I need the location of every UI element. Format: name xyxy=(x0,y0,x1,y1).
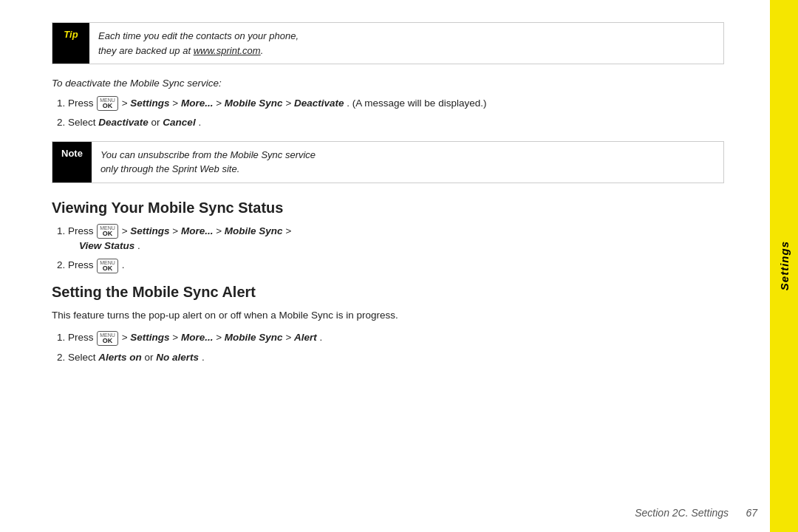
s2-step2-middle: or xyxy=(145,352,157,363)
deactivate-step-1: Press MENU OK > Settings > More... > Mob… xyxy=(68,96,724,111)
s2-step2-bold1: Alerts on xyxy=(98,352,142,363)
ok-button-1: MENU OK xyxy=(97,96,118,111)
section2-steps-list: Press MENU OK > Settings > More... > Mob… xyxy=(68,330,724,365)
footer: Section 2C. Settings 67 xyxy=(635,507,757,519)
ok-button-4: MENU OK xyxy=(97,331,118,346)
section2-heading: Setting the Mobile Sync Alert xyxy=(52,284,724,301)
s2-step2-prefix: Select xyxy=(68,352,98,363)
s1-step1-middle: > Settings > More... > Mobile Sync > xyxy=(122,225,292,236)
s2-step1-middle: > Settings > More... > Mobile Sync > xyxy=(122,332,294,343)
section1-step-2: Press MENU OK . xyxy=(68,258,724,273)
footer-page: 67 xyxy=(746,507,757,519)
tip-suffix: . xyxy=(261,45,264,56)
step2-prefix: Select xyxy=(68,117,98,128)
step1-suffix: . (A message will be displayed.) xyxy=(347,98,486,109)
s2-step2-suffix: . xyxy=(202,352,205,363)
note-box: Note You can unsubscribe from the Mobile… xyxy=(52,141,724,183)
step2-suffix: . xyxy=(198,117,201,128)
tip-website: www.sprint.com xyxy=(194,45,261,56)
section2-step-1: Press MENU OK > Settings > More... > Mob… xyxy=(68,330,724,345)
s2-step1-suffix: . xyxy=(320,332,323,343)
note-line2: only through the Sprint Web site. xyxy=(100,163,239,174)
tip-box: Tip Each time you edit the contacts on y… xyxy=(52,22,724,64)
section2-step-2: Select Alerts on or No alerts . xyxy=(68,350,724,365)
s2-step1-prefix: Press xyxy=(68,332,96,343)
section1-steps-list: Press MENU OK > Settings > More... > Mob… xyxy=(68,224,724,273)
note-content: You can unsubscribe from the Mobile Sync… xyxy=(92,142,324,183)
deactivate-intro: To deactivate the Mobile Sync service: xyxy=(52,78,724,89)
s1-step1-bold: View Status xyxy=(79,240,134,251)
step1-bold: Deactivate xyxy=(294,98,344,109)
s1-step2-prefix: Press xyxy=(68,259,96,270)
sidebar-tab: Settings xyxy=(770,0,798,532)
tip-line2: they are backed up at xyxy=(98,45,194,56)
main-content: Tip Each time you edit the contacts on y… xyxy=(0,0,768,532)
section2-intro: This feature turns the pop-up alert on o… xyxy=(52,308,724,323)
tip-label: Tip xyxy=(52,23,89,64)
s2-step2-bold2: No alerts xyxy=(156,352,199,363)
step2-middle: or xyxy=(151,117,163,128)
section1-heading: Viewing Your Mobile Sync Status xyxy=(52,200,724,216)
s1-step1-prefix: Press xyxy=(68,225,96,236)
footer-section: Section 2C. Settings xyxy=(635,507,729,519)
deactivate-steps-list: Press MENU OK > Settings > More... > Mob… xyxy=(68,96,724,131)
step2-bold2: Cancel xyxy=(163,117,195,128)
step1-middle: > Settings > More... > Mobile Sync > xyxy=(122,98,294,109)
step1-prefix: Press xyxy=(68,98,96,109)
sidebar-tab-label: Settings xyxy=(778,241,791,290)
s1-step2-suffix: . xyxy=(122,259,125,270)
note-label: Note xyxy=(52,142,92,183)
step2-bold1: Deactivate xyxy=(98,117,149,128)
ok-button-2: MENU OK xyxy=(97,224,118,239)
s2-step1-bold: Alert xyxy=(294,332,317,343)
tip-content: Each time you edit the contacts on your … xyxy=(89,23,307,64)
note-line1: You can unsubscribe from the Mobile Sync… xyxy=(100,149,316,160)
s1-step1-suffix: . xyxy=(137,240,140,251)
tip-line1: Each time you edit the contacts on your … xyxy=(98,30,299,41)
ok-button-3: MENU OK xyxy=(97,259,118,273)
section1-step-1: Press MENU OK > Settings > More... > Mob… xyxy=(68,224,724,254)
deactivate-step-2: Select Deactivate or Cancel . xyxy=(68,115,724,130)
